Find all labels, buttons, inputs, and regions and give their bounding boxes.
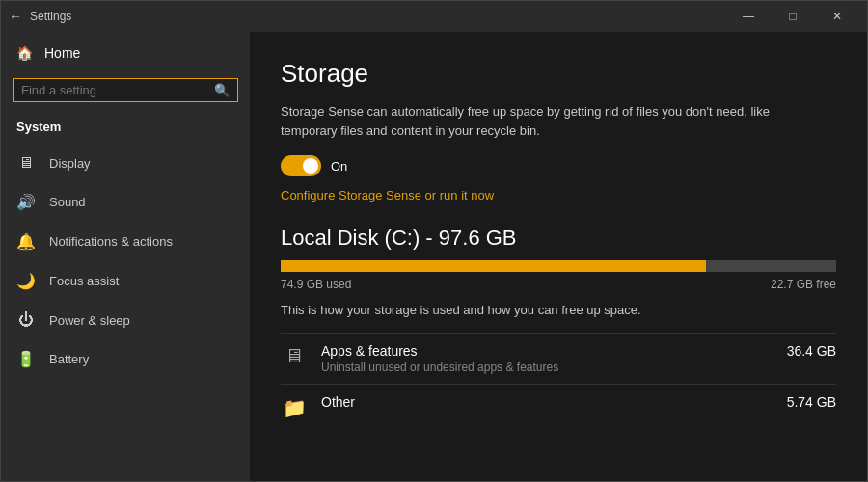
sidebar-item-label: Sound [49, 195, 86, 209]
toggle-label: On [331, 159, 347, 174]
sidebar-section-title: System [1, 114, 250, 144]
sound-icon: 🔊 [16, 193, 36, 211]
window-controls: — □ ✕ [726, 1, 859, 32]
sidebar-item-power[interactable]: ⏻ Power & sleep [1, 301, 250, 339]
sidebar-item-label: Battery [49, 352, 89, 366]
sidebar-item-sound[interactable]: 🔊 Sound [1, 182, 250, 222]
home-label: Home [44, 45, 80, 61]
sidebar-item-label: Notifications & actions [49, 234, 173, 249]
disk-title: Local Disk (C:) - 97.6 GB [281, 226, 836, 251]
free-label: 22.7 GB free [771, 278, 836, 291]
home-icon: 🏠 [16, 45, 33, 61]
minimize-button[interactable]: — [726, 1, 771, 32]
apps-info: Apps & features Uninstall unused or unde… [321, 343, 773, 374]
storage-bar-labels: 74.9 GB used 22.7 GB free [281, 278, 836, 291]
storage-item-apps[interactable]: 🖥 Apps & features Uninstall unused or un… [281, 333, 836, 384]
content-description: Storage Sense can automatically free up … [281, 102, 782, 140]
window-title: Settings [30, 10, 71, 23]
other-info: Other [321, 394, 773, 412]
apps-icon: 🖥 [281, 345, 308, 367]
storage-bar-fill [281, 260, 706, 272]
sidebar-item-label: Power & sleep [49, 313, 130, 328]
close-button[interactable]: ✕ [815, 1, 859, 32]
focus-icon: 🌙 [16, 272, 36, 290]
apps-sub: Uninstall unused or undesired apps & fea… [321, 361, 773, 374]
search-box[interactable]: 🔍 [13, 78, 238, 102]
sidebar-item-label: Focus assist [49, 274, 119, 288]
back-button[interactable]: ← [9, 9, 22, 24]
other-icon: 📁 [281, 396, 308, 419]
main-layout: 🏠 Home 🔍 System 🖥 Display 🔊 Sound 🔔 Noti… [1, 32, 867, 481]
configure-link[interactable]: Configure Storage Sense or run it now [281, 188, 836, 202]
other-name: Other [321, 394, 773, 410]
storage-sense-toggle[interactable] [281, 155, 321, 176]
sidebar-item-notifications[interactable]: 🔔 Notifications & actions [1, 222, 250, 261]
sidebar-item-focus[interactable]: 🌙 Focus assist [1, 261, 250, 301]
search-icon: 🔍 [214, 83, 230, 97]
toggle-row: On [281, 155, 836, 176]
sidebar: 🏠 Home 🔍 System 🖥 Display 🔊 Sound 🔔 Noti… [1, 32, 250, 481]
content-area: Storage Storage Sense can automatically … [250, 32, 867, 481]
storage-item-other[interactable]: 📁 Other 5.74 GB [281, 384, 836, 429]
apps-name: Apps & features [321, 343, 773, 359]
storage-bar-container [281, 260, 836, 272]
display-icon: 🖥 [16, 154, 36, 172]
search-input[interactable] [21, 83, 208, 97]
sidebar-item-display[interactable]: 🖥 Display [1, 144, 250, 182]
sidebar-item-battery[interactable]: 🔋 Battery [1, 339, 250, 379]
power-icon: ⏻ [16, 311, 36, 329]
other-size: 5.74 GB [787, 394, 836, 410]
sidebar-home[interactable]: 🏠 Home [1, 32, 250, 74]
sidebar-item-label: Display [49, 156, 91, 171]
page-title: Storage [281, 59, 836, 89]
maximize-button[interactable]: □ [771, 1, 815, 32]
title-bar: ← Settings — □ ✕ [1, 1, 867, 32]
storage-description: This is how your storage is used and how… [281, 303, 836, 317]
title-bar-left: ← Settings [9, 9, 71, 24]
battery-icon: 🔋 [16, 350, 36, 368]
notifications-icon: 🔔 [16, 232, 36, 251]
used-label: 74.9 GB used [281, 278, 351, 291]
apps-size: 36.4 GB [787, 343, 836, 359]
settings-window: ← Settings — □ ✕ 🏠 Home 🔍 System 🖥 Displ… [0, 0, 868, 482]
